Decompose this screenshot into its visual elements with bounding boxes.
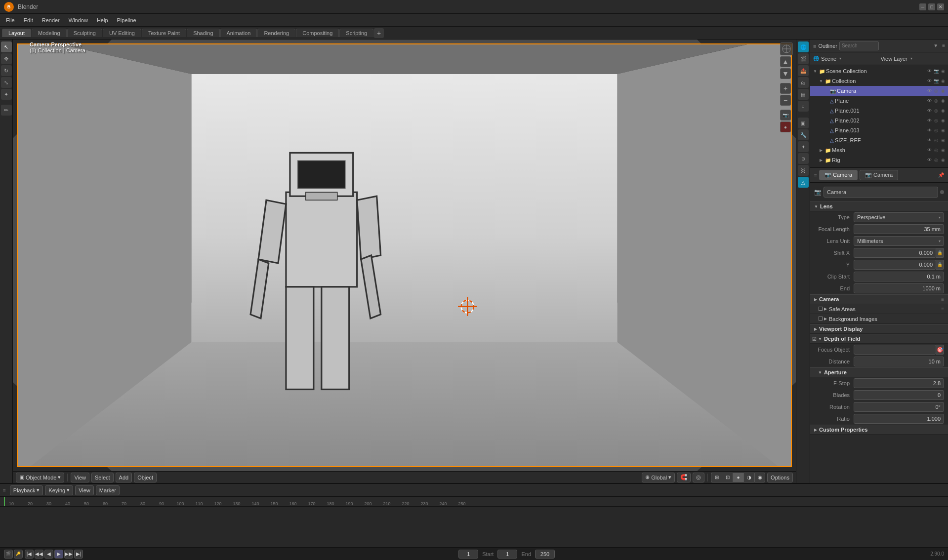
tree-render-plane001[interactable]: ◉ — [940, 108, 946, 113]
tree-render-mesh[interactable]: ◉ — [940, 148, 946, 153]
prop-clip-start-value[interactable]: 0.1 m — [854, 272, 944, 281]
camera-section-menu[interactable]: ≡ — [941, 297, 944, 302]
tree-hide-camera[interactable]: 👁 — [926, 88, 932, 93]
tree-hide-plane003[interactable]: 👁 — [926, 128, 932, 133]
frame-end-input[interactable]: 250 — [535, 550, 555, 559]
prop-shift-x-value[interactable]: 0.000 — [854, 248, 936, 258]
tree-item-scene-collection[interactable]: ▼ 📁 Scene Collection 👁 📷 ◉ — [810, 66, 948, 76]
frame-start-input[interactable]: 1 — [497, 550, 517, 559]
annotate-tool[interactable]: ✏ — [1, 105, 12, 116]
prop-shift-y-lock[interactable]: 🔒 — [936, 260, 944, 270]
tree-camera-scene[interactable]: 📷 — [933, 69, 939, 74]
frame-type-btn[interactable]: 🎬 — [4, 550, 13, 559]
prop-fstop-value[interactable]: 2.8 — [854, 378, 944, 388]
tree-render-rig[interactable]: ◉ — [940, 158, 946, 162]
tree-hide-scene[interactable]: 👁 — [926, 69, 932, 74]
prop-tab-camera-data[interactable]: 📷 Camera — [860, 170, 898, 180]
safe-areas-checkbox[interactable]: ☐ — [818, 306, 824, 312]
view-nav-up[interactable]: ▲ — [780, 56, 791, 67]
viewport-overlay-toggle[interactable]: ⊞ — [711, 473, 722, 482]
dof-checkbox[interactable]: ☑ — [812, 336, 818, 342]
tree-camera-collection[interactable]: 📷 — [933, 79, 939, 83]
tab-shading[interactable]: Shading — [187, 29, 219, 37]
tree-item-collision[interactable]: ▶ 📁 Collision 👁 ◎ ◉ — [810, 165, 948, 167]
add-menu[interactable]: Add — [116, 473, 132, 482]
tree-hide-mesh[interactable]: 👁 — [926, 148, 932, 153]
tree-hide-collection[interactable]: 👁 — [926, 79, 932, 83]
camera-name-input[interactable] — [824, 187, 938, 198]
prop-tab-camera-icon[interactable]: 📷 Camera — [819, 170, 858, 180]
tree-select-rig[interactable]: ◎ — [933, 158, 939, 162]
tree-item-plane002[interactable]: △ Plane.002 👁 ◎ ◉ — [810, 116, 948, 125]
tree-select-plane001[interactable]: ◎ — [933, 108, 939, 113]
tab-compositing[interactable]: Compositing — [296, 29, 339, 37]
tree-hide-rig[interactable]: 👁 — [926, 158, 932, 162]
maximize-button[interactable]: □ — [928, 3, 935, 10]
aperture-section-header[interactable]: ▼ Aperture — [810, 367, 948, 377]
tree-hide-plane[interactable]: 👁 — [926, 98, 932, 103]
tree-render-camera[interactable]: ◉ — [940, 88, 946, 93]
outliner-search[interactable] — [839, 41, 879, 50]
scene-properties-icon[interactable]: 🌐 — [798, 41, 809, 52]
snap-menu[interactable]: 🧲 — [677, 473, 691, 482]
scale-tool[interactable]: ⤡ — [1, 77, 12, 88]
rotate-tool[interactable]: ↻ — [1, 65, 12, 76]
render-preview[interactable]: ● — [780, 121, 791, 132]
tree-item-plane[interactable]: △ Plane 👁 ◎ ◉ — [810, 96, 948, 106]
minimize-button[interactable]: ─ — [919, 3, 926, 10]
tree-hide-plane002[interactable]: 👁 — [926, 118, 932, 123]
prop-rotation-value[interactable]: 0° — [854, 402, 944, 412]
jump-to-start[interactable]: |◀ — [25, 550, 34, 559]
gizmo-toggle[interactable] — [780, 42, 793, 55]
view-layer-selector[interactable]: View Layer ▾ — [881, 56, 946, 62]
tree-item-mesh[interactable]: ▶ 📁 Mesh 👁 ◎ ◉ — [810, 145, 948, 155]
tab-uv-editing[interactable]: UV Editing — [103, 29, 141, 37]
safe-areas-menu[interactable]: ≡ — [941, 306, 944, 312]
transform-space[interactable]: ⊕ Global ▾ — [642, 473, 675, 482]
tree-item-plane001[interactable]: △ Plane.001 👁 ◎ ◉ — [810, 106, 948, 116]
transform-tool[interactable]: ✦ — [1, 89, 12, 100]
current-frame[interactable]: 1 — [458, 550, 478, 559]
select-menu[interactable]: Select — [91, 473, 114, 482]
world-icon[interactable]: ○ — [798, 101, 809, 112]
shading-rendered[interactable]: ◉ — [754, 473, 765, 482]
bg-images-checkbox[interactable]: ☐ — [818, 316, 824, 322]
object-menu[interactable]: Object — [134, 473, 157, 482]
prop-distance-value[interactable]: 10 m — [854, 357, 944, 366]
object-data-icon[interactable]: △ — [798, 177, 809, 188]
prop-focus-picker[interactable]: 🎯 — [936, 345, 944, 355]
tree-render-plane[interactable]: ◉ — [940, 98, 946, 103]
options-button[interactable]: Options — [767, 473, 793, 482]
tab-scripting[interactable]: Scripting — [339, 29, 373, 37]
menu-edit[interactable]: Edit — [20, 16, 37, 24]
close-button[interactable]: ✕ — [937, 3, 944, 10]
tree-render-size-ref[interactable]: ◉ — [940, 138, 946, 143]
view-menu[interactable]: View — [71, 473, 89, 482]
keying-menu[interactable]: Keying ▾ — [45, 485, 73, 495]
tree-hide-plane001[interactable]: 👁 — [926, 108, 932, 113]
tree-select-plane002[interactable]: ◎ — [933, 118, 939, 123]
proportional-edit[interactable]: ◎ — [693, 473, 704, 482]
prop-ratio-value[interactable]: 1.000 — [854, 414, 944, 424]
viewport-canvas[interactable] — [13, 40, 796, 471]
constraint-properties-icon[interactable]: ⛓ — [798, 165, 809, 176]
mode-selector[interactable]: ▣ Object Mode ▾ — [16, 473, 64, 482]
modifier-properties-icon[interactable]: 🔧 — [798, 129, 809, 140]
jump-to-end[interactable]: ▶| — [74, 550, 83, 559]
background-images-header[interactable]: ☐ ▶ Background Images — [810, 314, 948, 324]
play-reverse[interactable]: ◀ — [44, 550, 53, 559]
view-layer-icon[interactable]: 🗂 — [798, 77, 809, 88]
tree-select-plane003[interactable]: ◎ — [933, 128, 939, 133]
tree-hide-size-ref[interactable]: 👁 — [926, 138, 932, 143]
shading-material[interactable]: ◑ — [743, 473, 754, 482]
output-properties-icon[interactable]: 📤 — [798, 65, 809, 76]
tree-select-mesh[interactable]: ◎ — [933, 148, 939, 153]
menu-window[interactable]: Window — [65, 16, 92, 24]
tree-select-camera[interactable]: ◎ — [933, 88, 939, 93]
cursor-tool[interactable]: ↖ — [1, 41, 12, 52]
physics-properties-icon[interactable]: ⊙ — [798, 153, 809, 164]
view-nav-down[interactable]: ▼ — [780, 68, 791, 79]
tab-sculpting[interactable]: Sculpting — [67, 29, 102, 37]
tree-item-rig[interactable]: ▶ 📁 Rig 👁 ◎ ◉ — [810, 155, 948, 165]
prop-blades-value[interactable]: 0 — [854, 390, 944, 400]
